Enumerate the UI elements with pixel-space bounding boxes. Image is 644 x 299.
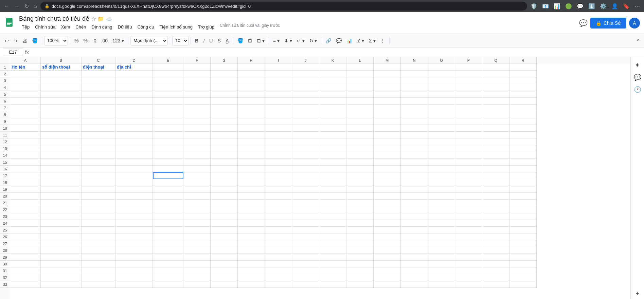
cell-E21[interactable] <box>153 200 183 206</box>
cell-C12[interactable] <box>82 138 115 145</box>
cell-L5[interactable] <box>346 91 374 98</box>
col-header-I[interactable]: I <box>265 57 292 64</box>
cell-K2[interactable] <box>319 71 346 77</box>
cell-K28[interactable] <box>319 247 346 254</box>
cell-M21[interactable] <box>374 200 401 206</box>
cell-E30[interactable] <box>153 261 183 267</box>
cell-B30[interactable] <box>41 261 82 267</box>
doc-title[interactable]: Bảng tính chưa có tiêu đề <box>19 15 89 22</box>
cell-L19[interactable] <box>346 186 374 193</box>
cell-J16[interactable] <box>292 166 319 172</box>
cell-A17[interactable] <box>10 172 41 179</box>
redo-btn[interactable]: ↪ <box>12 37 20 45</box>
ext-5[interactable]: 💬 <box>575 2 585 11</box>
cell-B28[interactable] <box>41 247 82 254</box>
cell-D33[interactable] <box>115 281 153 288</box>
cell-R13[interactable] <box>509 145 537 152</box>
cell-R6[interactable] <box>509 98 537 105</box>
cell-A12[interactable] <box>10 138 41 145</box>
menu-file[interactable]: Tệp <box>19 23 32 31</box>
cell-G8[interactable] <box>211 111 238 118</box>
format-btn[interactable]: 123 ▾ <box>110 37 126 45</box>
cell-L23[interactable] <box>346 213 374 220</box>
cell-I30[interactable] <box>265 261 292 267</box>
cell-B15[interactable] <box>41 159 82 166</box>
cell-D9[interactable] <box>115 118 153 125</box>
cell-J17[interactable] <box>292 172 319 179</box>
cell-O15[interactable] <box>428 159 455 166</box>
cell-M23[interactable] <box>374 213 401 220</box>
cell-B4[interactable] <box>41 84 82 91</box>
cell-C10[interactable] <box>82 125 115 132</box>
cell-F25[interactable] <box>183 227 211 233</box>
cell-L31[interactable] <box>346 267 374 274</box>
cell-G4[interactable] <box>211 84 238 91</box>
cell-H27[interactable] <box>238 240 265 247</box>
cell-M12[interactable] <box>374 138 401 145</box>
cell-L3[interactable] <box>346 77 374 84</box>
cell-D22[interactable] <box>115 206 153 213</box>
cell-J3[interactable] <box>292 77 319 84</box>
menu-format[interactable]: Định dạng <box>89 23 115 31</box>
fill-color-btn[interactable]: 🪣 <box>235 37 245 45</box>
cell-D16[interactable] <box>115 166 153 172</box>
cell-P27[interactable] <box>455 240 482 247</box>
cell-B8[interactable] <box>41 111 82 118</box>
cell-E10[interactable] <box>153 125 183 132</box>
cell-N30[interactable] <box>401 261 428 267</box>
cell-R24[interactable] <box>509 220 537 227</box>
bold-btn[interactable]: B <box>193 37 200 45</box>
cell-O19[interactable] <box>428 186 455 193</box>
cell-J14[interactable] <box>292 152 319 159</box>
cell-Q13[interactable] <box>482 145 509 152</box>
cell-I28[interactable] <box>265 247 292 254</box>
col-header-K[interactable]: K <box>319 57 346 64</box>
cell-P24[interactable] <box>455 220 482 227</box>
ext-3[interactable]: 📊 <box>552 2 562 11</box>
cell-N24[interactable] <box>401 220 428 227</box>
cell-N10[interactable] <box>401 125 428 132</box>
cell-A21[interactable] <box>10 200 41 206</box>
cell-H4[interactable] <box>238 84 265 91</box>
formula-input[interactable] <box>31 50 641 55</box>
cell-G1[interactable] <box>211 64 238 71</box>
cell-C27[interactable] <box>82 240 115 247</box>
cell-O12[interactable] <box>428 138 455 145</box>
cell-R11[interactable] <box>509 132 537 138</box>
cell-B17[interactable] <box>41 172 82 179</box>
cell-F2[interactable] <box>183 71 211 77</box>
cell-R16[interactable] <box>509 166 537 172</box>
cell-O17[interactable] <box>428 172 455 179</box>
cell-O22[interactable] <box>428 206 455 213</box>
cell-A5[interactable] <box>10 91 41 98</box>
cell-H30[interactable] <box>238 261 265 267</box>
cell-I31[interactable] <box>265 267 292 274</box>
cell-L1[interactable] <box>346 64 374 71</box>
cell-F29[interactable] <box>183 254 211 261</box>
cell-P5[interactable] <box>455 91 482 98</box>
cell-K9[interactable] <box>319 118 346 125</box>
cell-O28[interactable] <box>428 247 455 254</box>
cell-D1[interactable]: địa chỉ <box>115 64 153 71</box>
row-num-16[interactable]: 16 <box>0 166 10 172</box>
cell-I19[interactable] <box>265 186 292 193</box>
cell-P28[interactable] <box>455 247 482 254</box>
row-num-6[interactable]: 6 <box>0 98 10 105</box>
cell-J2[interactable] <box>292 71 319 77</box>
cell-M6[interactable] <box>374 98 401 105</box>
cell-B24[interactable] <box>41 220 82 227</box>
cell-N17[interactable] <box>401 172 428 179</box>
cell-C19[interactable] <box>82 186 115 193</box>
cell-N20[interactable] <box>401 193 428 200</box>
cell-K22[interactable] <box>319 206 346 213</box>
cell-J12[interactable] <box>292 138 319 145</box>
cell-R23[interactable] <box>509 213 537 220</box>
cell-A23[interactable] <box>10 213 41 220</box>
cell-K1[interactable] <box>319 64 346 71</box>
cell-B21[interactable] <box>41 200 82 206</box>
cell-P32[interactable] <box>455 274 482 281</box>
cell-M8[interactable] <box>374 111 401 118</box>
cell-L33[interactable] <box>346 281 374 288</box>
menu-addons[interactable]: Tiện ích bổ sung <box>157 23 195 31</box>
row-num-5[interactable]: 5 <box>0 91 10 98</box>
